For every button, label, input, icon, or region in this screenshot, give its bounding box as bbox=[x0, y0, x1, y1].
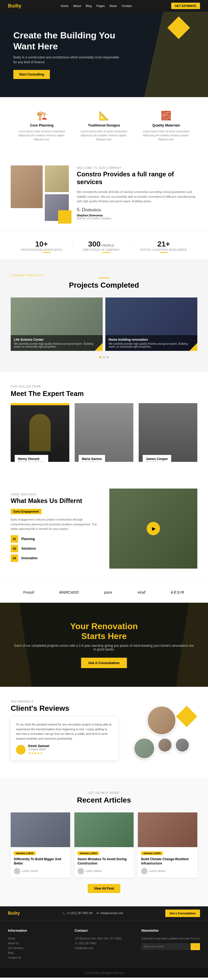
dot-0[interactable] bbox=[99, 356, 101, 358]
footer-link-home[interactable]: Home bbox=[8, 936, 67, 941]
footer-bottom: © 2021 Builty. All Rights Reserved bbox=[0, 968, 208, 978]
stat-label-1: Employees in Company bbox=[83, 248, 119, 251]
team-name-2: James Cooper bbox=[146, 457, 168, 461]
dot-1[interactable] bbox=[103, 356, 105, 358]
team-image-2: James Cooper Project Manager bbox=[139, 403, 197, 462]
feature-row-2: 03 Innovation bbox=[11, 554, 98, 562]
team-card-0: Henry Vincent Site Engineer Manager bbox=[11, 403, 69, 462]
stat-item-2: 21+ Office Locations worldwide bbox=[140, 240, 187, 251]
stat-label-2: Office Locations worldwide bbox=[140, 248, 187, 251]
nav-contact[interactable]: Contact bbox=[122, 4, 132, 8]
view-all-section: View All Post bbox=[11, 884, 197, 893]
about-label: WELCOME TO OUR COMPANY bbox=[77, 167, 197, 169]
article-title-0: Differently To Build Bigger And Better bbox=[14, 857, 67, 865]
footer-info-title: Information bbox=[8, 929, 67, 932]
hero-subtitle: Builty is a construction and architectur… bbox=[13, 55, 120, 65]
view-all-button[interactable]: View All Post bbox=[88, 884, 121, 893]
footer-link-services[interactable]: Our Services bbox=[8, 946, 67, 951]
articles-title: Recent Articles bbox=[11, 796, 197, 805]
stat-number-2: 21+ bbox=[140, 240, 187, 248]
footer-col-contact: Contact 123 Business Ave, New York, NY 1… bbox=[75, 929, 133, 960]
article-author-1: Lorem James bbox=[78, 868, 131, 874]
article-image-1 bbox=[75, 813, 134, 847]
team-name-1: Maria Santos bbox=[82, 457, 102, 461]
quality-materials-icon: 🧱 bbox=[140, 110, 193, 121]
traditional-designs-icon: 📐 bbox=[77, 110, 131, 121]
article-image-2 bbox=[138, 813, 197, 847]
feature-num-2: 03 bbox=[11, 554, 18, 562]
projects-label: COMPANY PROJECTS bbox=[11, 274, 43, 277]
reviews-section: TESTIMONIALS Client's Reviews To my mind… bbox=[0, 687, 208, 778]
footer-address: 123 Business Ave, New York, NY 10001 bbox=[75, 936, 133, 941]
article-body-1: January 1,2019 Seven Mistakes To Avoid D… bbox=[75, 847, 134, 877]
logo-0: Fossil bbox=[23, 590, 34, 595]
feature-desc-2: Lorem ipsum dolor sit amet consectetur a… bbox=[140, 129, 193, 142]
about-image-1 bbox=[11, 165, 43, 208]
footer-copyright: © 2021 Builty. All Rights Reserved bbox=[8, 972, 200, 974]
cta-button[interactable]: Get A Consultation bbox=[81, 658, 127, 668]
logo-4: AESIR bbox=[171, 590, 185, 595]
author-avatar-1 bbox=[78, 868, 84, 874]
nav-about[interactable]: About bbox=[73, 4, 81, 8]
newsletter-input[interactable] bbox=[141, 943, 191, 950]
play-button[interactable]: ▶ bbox=[147, 522, 160, 535]
avatar-small-1 bbox=[175, 738, 190, 752]
feature-row-text-1: Solutions bbox=[21, 547, 36, 550]
author-name-2: Lorem James bbox=[149, 870, 165, 872]
project-overlay-0: Life Science Center We carefully provide… bbox=[11, 335, 103, 351]
article-card-2: January 1,2019 Build Climate Change-Resi… bbox=[138, 813, 197, 877]
features-section: 🏗️ Core Planning Lorem ipsum dolor sit a… bbox=[0, 97, 208, 155]
dot-2[interactable] bbox=[107, 356, 109, 358]
email-icon: ✉ bbox=[97, 912, 98, 915]
projects-grid: Life Science Center We carefully provide… bbox=[11, 298, 197, 351]
hero-section: Create the Building You Want Here Builty… bbox=[0, 12, 208, 97]
stat-number-1: 300+PEOPLE bbox=[83, 240, 119, 248]
cta-desc: Each of our completed projects comes wit… bbox=[13, 644, 195, 651]
footer-cta-button[interactable]: Get a Consultation bbox=[165, 910, 200, 917]
footer-email: info@example.com bbox=[100, 912, 123, 915]
team-name-0: Henry Vincent bbox=[18, 457, 45, 461]
footer-newsletter-title: Newsletter bbox=[141, 929, 200, 932]
hero-cta-button[interactable]: Start Consulting bbox=[13, 70, 50, 79]
nav-home[interactable]: Home bbox=[60, 4, 68, 8]
project-desc-1: We carefully provide high-quality finish… bbox=[108, 342, 194, 348]
stat-item-0: 10+ Professional Associates bbox=[21, 240, 73, 251]
nav-news[interactable]: News bbox=[110, 4, 117, 8]
article-image-0 bbox=[11, 813, 70, 847]
reviewer-avatar-0 bbox=[16, 745, 25, 754]
footer-logo: Builty bbox=[8, 911, 20, 916]
article-author-2: Lorem James bbox=[141, 868, 194, 874]
nav-blog[interactable]: Blog bbox=[86, 4, 92, 8]
about-section: WELCOME TO OUR COMPANY Constro Provides … bbox=[0, 155, 208, 232]
team-role-2: Project Manager bbox=[146, 461, 168, 462]
phone-icon: 📞 bbox=[62, 912, 65, 915]
article-date-0: January 1,2019 bbox=[14, 851, 35, 855]
nav-cta-button[interactable]: GET ESTIMATE bbox=[171, 3, 200, 9]
project-desc-0: We carefully provide high-quality finish… bbox=[14, 342, 100, 348]
footer-newsletter-desc: Subscribe to get latest updates and news… bbox=[141, 936, 200, 941]
feature-row-1: 02 Solutions bbox=[11, 545, 98, 552]
footer-link-about[interactable]: About Us bbox=[8, 941, 67, 946]
avatar-small-0 bbox=[157, 738, 172, 752]
feature-row-text-0: Planning bbox=[21, 537, 35, 541]
sig-name: Stephen Domonoa bbox=[77, 214, 197, 217]
stats-section: 10+ Professional Associates 300+PEOPLE E… bbox=[0, 232, 208, 259]
articles-grid: January 1,2019 Differently To Build Bigg… bbox=[11, 813, 197, 877]
article-title-1: Seven Mistakes To Avoid During Construct… bbox=[78, 857, 131, 865]
feature-item-1: 📐 Traditional Designs Lorem ipsum dolor … bbox=[77, 110, 131, 142]
avatar-medium-0 bbox=[133, 738, 155, 759]
stat-number-0: 10+ bbox=[21, 240, 62, 248]
footer-link-blog[interactable]: Blog bbox=[8, 951, 67, 955]
about-yellow-accent bbox=[58, 210, 71, 224]
footer-col-info: Information Home About Us Our Services B… bbox=[8, 929, 67, 960]
newsletter-submit[interactable]: → bbox=[191, 943, 200, 950]
nav-pages[interactable]: Pages bbox=[97, 4, 105, 8]
article-card-0: January 1,2019 Differently To Build Bigg… bbox=[11, 813, 70, 877]
feature-title-1: Traditional Designs bbox=[77, 123, 131, 127]
footer-link-contact[interactable]: Contact Us bbox=[8, 955, 67, 960]
logos-section: Fossil MARCADO pure viraf AESIR bbox=[0, 582, 208, 603]
avatar-large bbox=[147, 706, 176, 735]
nav-links: Home About Blog Pages News Contact bbox=[60, 4, 132, 8]
team-badge-1: Maria Santos Lead Architect bbox=[79, 455, 105, 462]
team-image-0: Henry Vincent Site Engineer Manager bbox=[11, 403, 69, 462]
